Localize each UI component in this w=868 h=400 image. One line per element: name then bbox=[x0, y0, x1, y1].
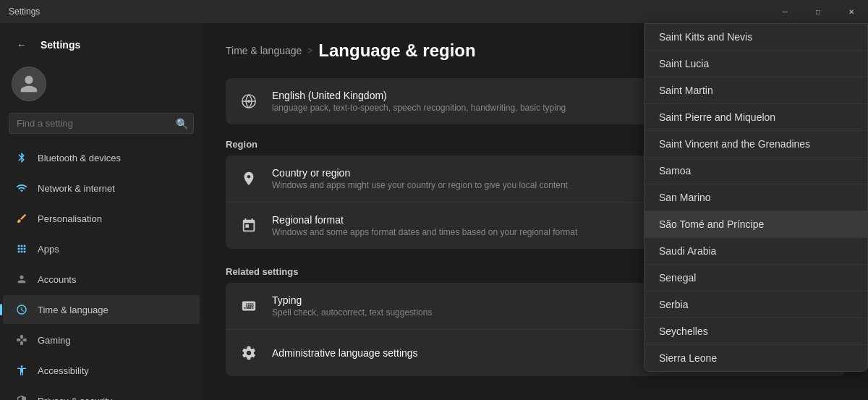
dropdown-item-seychelles[interactable]: Seychelles bbox=[644, 318, 867, 345]
breadcrumb-parent[interactable]: Time & language bbox=[226, 45, 302, 56]
country-dropdown: Saint Kitts and Nevis Saint Lucia Saint … bbox=[644, 23, 868, 372]
accounts-icon bbox=[14, 272, 29, 286]
sidebar-header: ← Settings bbox=[0, 23, 203, 61]
gaming-icon bbox=[14, 333, 29, 347]
sidebar-item-gaming[interactable]: Gaming bbox=[3, 325, 200, 354]
typing-icon bbox=[237, 294, 260, 318]
sidebar-item-apps[interactable]: Apps bbox=[3, 234, 200, 263]
titlebar-left: Settings bbox=[9, 7, 40, 17]
dropdown-item-san-marino[interactable]: San Marino bbox=[644, 184, 867, 211]
dropdown-item-sierra-leone[interactable]: Sierra Leone bbox=[644, 345, 867, 371]
admin-lang-icon bbox=[237, 341, 260, 365]
country-icon bbox=[237, 167, 260, 190]
privacy-icon bbox=[14, 393, 29, 400]
search-icon: 🔍 bbox=[176, 118, 188, 129]
sidebar-nav: Bluetooth & devices Network & internet P… bbox=[0, 140, 203, 400]
close-button[interactable]: ✕ bbox=[835, 0, 868, 23]
dropdown-item-serbia[interactable]: Serbia bbox=[644, 292, 867, 318]
sidebar-item-personalisation[interactable]: Personalisation bbox=[3, 204, 200, 233]
personalisation-label: Personalisation bbox=[38, 213, 102, 224]
titlebar: Settings ─ □ ✕ bbox=[0, 0, 868, 23]
dropdown-item-saint-lucia[interactable]: Saint Lucia bbox=[644, 51, 867, 77]
user-icon bbox=[19, 74, 39, 94]
bluetooth-label: Bluetooth & devices bbox=[38, 153, 121, 163]
sidebar-item-time[interactable]: Time & language bbox=[3, 295, 200, 324]
apps-label: Apps bbox=[38, 244, 59, 255]
titlebar-title: Settings bbox=[9, 7, 40, 17]
dropdown-item-saint-martin[interactable]: Saint Martin bbox=[644, 77, 867, 104]
user-section bbox=[0, 61, 203, 107]
app-title-label: Settings bbox=[41, 39, 80, 51]
sidebar-item-privacy[interactable]: Privacy & security bbox=[3, 386, 200, 400]
sidebar: ← Settings 🔍 Bluetooth & devices bbox=[0, 23, 203, 400]
sidebar-item-accessibility[interactable]: Accessibility bbox=[3, 356, 200, 385]
titlebar-controls: ─ □ ✕ bbox=[768, 0, 868, 23]
network-icon bbox=[14, 181, 29, 195]
network-label: Network & internet bbox=[38, 183, 115, 194]
dropdown-item-samoa[interactable]: Samoa bbox=[644, 158, 867, 184]
sidebar-item-bluetooth[interactable]: Bluetooth & devices bbox=[3, 143, 200, 172]
dropdown-item-saint-kitts[interactable]: Saint Kitts and Nevis bbox=[644, 24, 867, 51]
gaming-label: Gaming bbox=[38, 335, 71, 346]
dropdown-item-saudi-arabia[interactable]: Saudi Arabia bbox=[644, 238, 867, 265]
sidebar-item-network[interactable]: Network & internet bbox=[3, 174, 200, 203]
accessibility-label: Accessibility bbox=[38, 365, 89, 376]
time-icon bbox=[14, 302, 29, 317]
bluetooth-icon bbox=[14, 150, 29, 165]
privacy-label: Privacy & security bbox=[38, 396, 112, 401]
dropdown-item-saint-vincent[interactable]: Saint Vincent and the Grenadines bbox=[644, 131, 867, 158]
dropdown-item-saint-pierre[interactable]: Saint Pierre and Miquelon bbox=[644, 104, 867, 131]
regional-format-icon bbox=[237, 214, 260, 237]
app-body: ← Settings 🔍 Bluetooth & devices bbox=[0, 23, 868, 400]
sidebar-item-accounts[interactable]: Accounts bbox=[3, 265, 200, 294]
apps-icon bbox=[14, 242, 29, 256]
search-box: 🔍 bbox=[9, 113, 194, 134]
accounts-label: Accounts bbox=[38, 274, 76, 285]
dropdown-item-senegal[interactable]: Senegal bbox=[644, 265, 867, 292]
accessibility-icon bbox=[14, 363, 29, 378]
search-input[interactable] bbox=[9, 113, 194, 134]
minimize-button[interactable]: ─ bbox=[768, 0, 801, 23]
breadcrumb-separator: > bbox=[307, 46, 312, 56]
maximize-button[interactable]: □ bbox=[801, 0, 835, 23]
avatar[interactable] bbox=[12, 67, 46, 101]
breadcrumb-current: Language & region bbox=[318, 41, 475, 61]
personalise-icon bbox=[14, 211, 29, 226]
back-button[interactable]: ← bbox=[12, 35, 32, 55]
language-icon bbox=[237, 90, 260, 113]
dropdown-item-sao-tome[interactable]: São Tomé and Príncipe bbox=[644, 211, 867, 238]
time-label: Time & language bbox=[38, 305, 109, 315]
